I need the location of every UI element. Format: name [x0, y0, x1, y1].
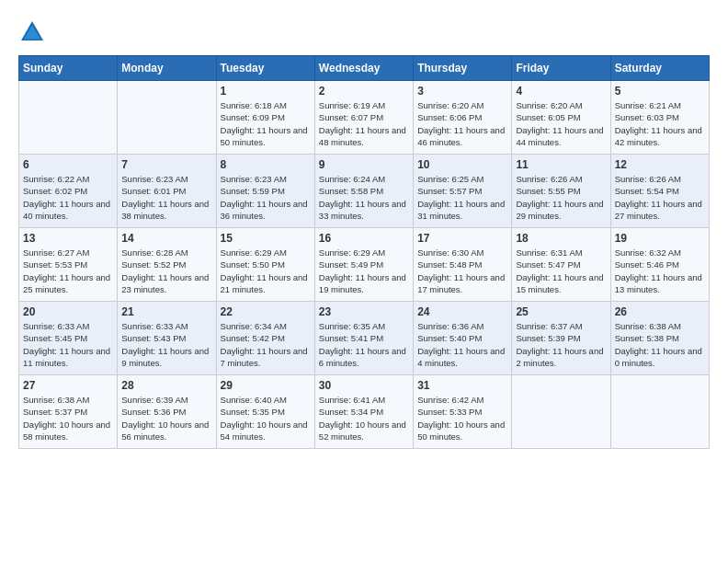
day-info: Sunset: 5:58 PM	[319, 185, 409, 197]
day-info: Daylight: 10 hours and 52 minutes.	[319, 419, 409, 443]
day-cell: 2Sunrise: 6:19 AMSunset: 6:07 PMDaylight…	[314, 81, 413, 155]
day-info: Sunset: 5:33 PM	[417, 406, 507, 418]
day-info: Daylight: 11 hours and 17 minutes.	[417, 271, 507, 296]
day-number: 16	[319, 232, 409, 245]
day-cell: 22Sunrise: 6:34 AMSunset: 5:42 PMDayligh…	[216, 302, 314, 375]
day-info: Daylight: 11 hours and 27 minutes.	[615, 198, 705, 223]
day-info: Daylight: 11 hours and 15 minutes.	[516, 271, 606, 296]
day-cell: 29Sunrise: 6:40 AMSunset: 5:35 PMDayligh…	[216, 375, 314, 449]
day-number: 19	[615, 232, 705, 245]
day-info: Sunrise: 6:34 AM	[221, 320, 311, 332]
header-row: SundayMondayTuesdayWednesdayThursdayFrid…	[19, 56, 710, 81]
day-cell: 23Sunrise: 6:35 AMSunset: 5:41 PMDayligh…	[314, 302, 413, 375]
day-cell: 14Sunrise: 6:28 AMSunset: 5:52 PMDayligh…	[118, 228, 216, 302]
page-header	[18, 18, 710, 46]
day-info: Sunset: 5:38 PM	[615, 332, 705, 344]
day-info: Sunset: 5:46 PM	[615, 259, 705, 270]
day-cell: 17Sunrise: 6:30 AMSunset: 5:48 PMDayligh…	[414, 228, 512, 302]
logo	[18, 18, 50, 46]
day-info: Sunset: 6:02 PM	[23, 185, 113, 197]
header-cell-monday: Monday	[118, 56, 216, 81]
week-row-1: 1Sunrise: 6:18 AMSunset: 6:09 PMDaylight…	[19, 81, 710, 155]
day-info: Sunset: 5:45 PM	[23, 332, 113, 344]
day-info: Sunset: 5:34 PM	[319, 406, 409, 418]
day-number: 29	[221, 379, 311, 392]
week-row-4: 20Sunrise: 6:33 AMSunset: 5:45 PMDayligh…	[19, 302, 710, 375]
day-info: Sunset: 6:09 PM	[221, 111, 311, 123]
day-info: Daylight: 11 hours and 0 minutes.	[615, 345, 705, 370]
day-cell	[610, 375, 709, 449]
day-number: 9	[319, 158, 409, 171]
day-number: 30	[319, 379, 409, 392]
day-cell: 28Sunrise: 6:39 AMSunset: 5:36 PMDayligh…	[118, 375, 216, 449]
day-number: 28	[121, 379, 211, 392]
week-row-2: 6Sunrise: 6:22 AMSunset: 6:02 PMDaylight…	[19, 155, 710, 228]
day-info: Daylight: 11 hours and 31 minutes.	[417, 198, 507, 223]
day-cell: 15Sunrise: 6:29 AMSunset: 5:50 PMDayligh…	[216, 228, 314, 302]
day-number: 26	[615, 305, 705, 318]
day-info: Sunrise: 6:24 AM	[319, 173, 409, 185]
day-info: Sunset: 5:40 PM	[417, 332, 507, 344]
day-cell: 11Sunrise: 6:26 AMSunset: 5:55 PMDayligh…	[512, 155, 610, 228]
day-cell: 5Sunrise: 6:21 AMSunset: 6:03 PMDaylight…	[610, 81, 709, 155]
day-cell	[512, 375, 610, 449]
day-info: Sunrise: 6:39 AM	[121, 394, 211, 406]
day-cell: 26Sunrise: 6:38 AMSunset: 5:38 PMDayligh…	[610, 302, 709, 375]
day-info: Sunrise: 6:32 AM	[615, 247, 705, 259]
day-info: Sunrise: 6:35 AM	[319, 320, 409, 332]
day-info: Daylight: 11 hours and 25 minutes.	[23, 271, 113, 296]
day-cell: 27Sunrise: 6:38 AMSunset: 5:37 PMDayligh…	[19, 375, 118, 449]
day-info: Sunrise: 6:28 AM	[121, 247, 211, 259]
day-info: Sunrise: 6:33 AM	[121, 320, 211, 332]
day-info: Daylight: 11 hours and 9 minutes.	[121, 345, 211, 370]
calendar-header: SundayMondayTuesdayWednesdayThursdayFrid…	[19, 56, 710, 81]
day-info: Sunset: 5:37 PM	[23, 406, 113, 418]
day-info: Sunset: 6:07 PM	[319, 111, 409, 123]
day-cell: 6Sunrise: 6:22 AMSunset: 6:02 PMDaylight…	[19, 155, 118, 228]
day-info: Daylight: 10 hours and 58 minutes.	[23, 419, 113, 443]
day-number: 1	[221, 85, 311, 98]
logo-icon	[18, 18, 46, 46]
header-cell-tuesday: Tuesday	[216, 56, 314, 81]
header-cell-thursday: Thursday	[414, 56, 512, 81]
day-info: Sunrise: 6:29 AM	[319, 247, 409, 259]
day-info: Sunset: 5:39 PM	[516, 332, 606, 344]
day-number: 23	[319, 305, 409, 318]
day-info: Sunset: 5:49 PM	[319, 259, 409, 270]
day-number: 15	[221, 232, 311, 245]
day-cell: 25Sunrise: 6:37 AMSunset: 5:39 PMDayligh…	[512, 302, 610, 375]
day-info: Sunrise: 6:29 AM	[221, 247, 311, 259]
day-cell: 4Sunrise: 6:20 AMSunset: 6:05 PMDaylight…	[512, 81, 610, 155]
day-cell: 13Sunrise: 6:27 AMSunset: 5:53 PMDayligh…	[19, 228, 118, 302]
day-info: Sunrise: 6:20 AM	[516, 99, 606, 111]
day-number: 21	[121, 305, 211, 318]
calendar-body: 1Sunrise: 6:18 AMSunset: 6:09 PMDaylight…	[19, 81, 710, 449]
day-cell: 24Sunrise: 6:36 AMSunset: 5:40 PMDayligh…	[414, 302, 512, 375]
day-info: Sunrise: 6:25 AM	[417, 173, 507, 185]
day-info: Sunrise: 6:37 AM	[516, 320, 606, 332]
day-info: Daylight: 10 hours and 54 minutes.	[221, 419, 311, 443]
day-info: Daylight: 11 hours and 2 minutes.	[516, 345, 606, 370]
day-cell: 16Sunrise: 6:29 AMSunset: 5:49 PMDayligh…	[314, 228, 413, 302]
day-info: Sunset: 6:05 PM	[516, 111, 606, 123]
day-info: Daylight: 11 hours and 36 minutes.	[221, 198, 311, 223]
day-info: Sunset: 6:03 PM	[615, 111, 705, 123]
week-row-3: 13Sunrise: 6:27 AMSunset: 5:53 PMDayligh…	[19, 228, 710, 302]
day-cell: 19Sunrise: 6:32 AMSunset: 5:46 PMDayligh…	[610, 228, 709, 302]
header-cell-friday: Friday	[512, 56, 610, 81]
day-cell: 12Sunrise: 6:26 AMSunset: 5:54 PMDayligh…	[610, 155, 709, 228]
day-info: Sunrise: 6:18 AM	[221, 99, 311, 111]
day-info: Daylight: 11 hours and 46 minutes.	[417, 124, 507, 149]
day-cell: 18Sunrise: 6:31 AMSunset: 5:47 PMDayligh…	[512, 228, 610, 302]
day-info: Daylight: 10 hours and 50 minutes.	[417, 419, 507, 443]
day-info: Sunrise: 6:38 AM	[615, 320, 705, 332]
day-number: 27	[23, 379, 113, 392]
header-cell-sunday: Sunday	[19, 56, 118, 81]
day-number: 3	[417, 85, 507, 98]
day-cell	[118, 81, 216, 155]
day-info: Daylight: 11 hours and 19 minutes.	[319, 271, 409, 296]
day-cell: 20Sunrise: 6:33 AMSunset: 5:45 PMDayligh…	[19, 302, 118, 375]
day-info: Daylight: 11 hours and 44 minutes.	[516, 124, 606, 149]
day-number: 17	[417, 232, 507, 245]
day-info: Sunrise: 6:27 AM	[23, 247, 113, 259]
